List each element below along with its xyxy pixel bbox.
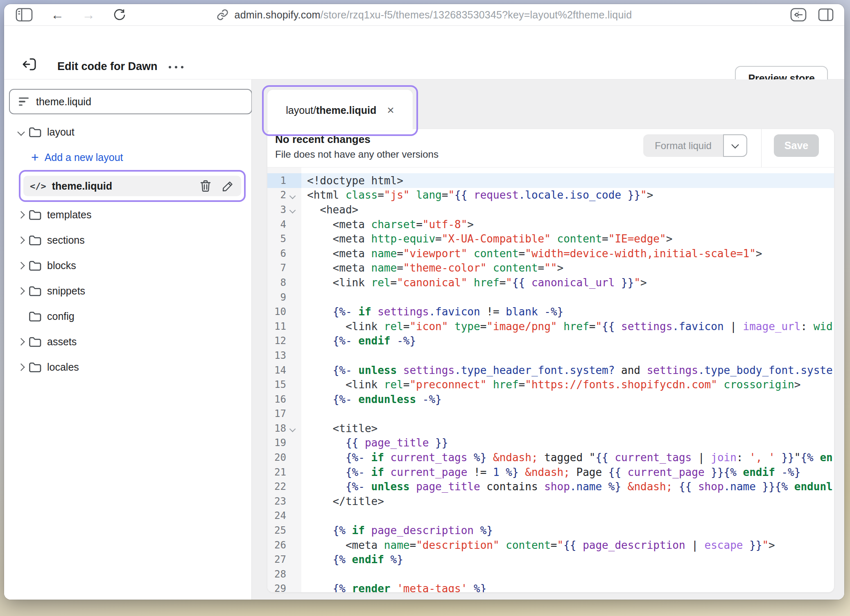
url-domain: admin.shopify.com [235, 9, 321, 20]
code-line-24[interactable]: 24 [267, 509, 834, 523]
code-line-20[interactable]: 20 {%- if current_tags %} &ndash; tagged… [267, 450, 834, 465]
folder-icon [29, 285, 41, 297]
tab-theme-liquid[interactable]: layout/theme.liquid × [267, 90, 413, 131]
line-number: 26 [267, 538, 301, 553]
code-line-5[interactable]: 5 <meta http-equiv="X-UA-Compatible" con… [267, 231, 834, 246]
code-line-18[interactable]: 18 <title> [267, 421, 834, 436]
chevron-right-icon[interactable] [17, 211, 25, 218]
status-subtitle: File does not have any other versions [275, 149, 439, 160]
code-line-2[interactable]: 2<html class="js" lang="{{ request.local… [267, 188, 834, 203]
chevron-right-icon[interactable] [17, 262, 25, 269]
back-icon[interactable]: ← [51, 8, 64, 21]
format-liquid-label[interactable]: Format liquid [643, 134, 723, 157]
folder-icon [29, 235, 41, 246]
folder-icon [29, 260, 41, 271]
line-number: 9 [267, 290, 301, 305]
line-number: 16 [267, 392, 301, 407]
code-line-6[interactable]: 6 <meta name="viewport" content="width=d… [267, 246, 834, 261]
selected-file-highlight: </>theme.liquid [19, 170, 246, 202]
code-line-9[interactable]: 9 [267, 290, 834, 305]
chevron-right-icon[interactable] [17, 236, 25, 244]
folder-label: locales [47, 361, 79, 373]
format-dropdown-button[interactable] [723, 134, 747, 157]
sidebar-item-locales[interactable]: locales [4, 354, 251, 380]
code-line-16[interactable]: 16 {%- endunless -%} [267, 392, 834, 407]
search-value: theme.liquid [36, 96, 91, 108]
fold-chevron-icon[interactable] [289, 207, 296, 214]
more-actions-button[interactable] [169, 62, 183, 72]
code-line-28[interactable]: 28 [267, 567, 834, 582]
page-settings-icon[interactable] [790, 8, 807, 22]
code-line-13[interactable]: 13 [267, 348, 834, 363]
format-liquid-button[interactable]: Format liquid [643, 134, 747, 157]
split-view-icon[interactable] [818, 8, 834, 21]
code-line-23[interactable]: 23 </title> [267, 494, 834, 509]
chevron-right-icon[interactable] [17, 338, 25, 345]
folder-label: sections [47, 234, 85, 246]
code-line-14[interactable]: 14 {%- unless settings.type_header_font.… [267, 363, 834, 378]
line-number: 24 [267, 509, 301, 523]
code-line-11[interactable]: 11 <link rel="icon" type="image/png" hre… [267, 319, 834, 334]
code-line-12[interactable]: 12 {%- endif -%} [267, 334, 834, 349]
code-line-17[interactable]: 17 [267, 407, 834, 421]
line-number: 14 [267, 363, 301, 378]
code-line-26[interactable]: 26 <meta name="description" content="{{ … [267, 538, 834, 553]
sidebar-item-sections[interactable]: sections [4, 227, 251, 253]
line-number: 25 [267, 523, 301, 538]
code-line-7[interactable]: 7 <meta name="theme-color" content=""> [267, 261, 834, 276]
sidebar-item-snippets[interactable]: snippets [4, 278, 251, 303]
address-bar[interactable]: admin.shopify.com/store/rzq1xu-f5/themes… [217, 4, 632, 25]
editor-panel: layout/theme.liquid × No recent changes … [252, 79, 844, 600]
code-line-22[interactable]: 22 {%- unless page_title contains shop.n… [267, 479, 834, 494]
sidebar-item-blocks[interactable]: blocks [4, 253, 251, 278]
delete-file-icon[interactable] [200, 180, 211, 192]
code-line-15[interactable]: 15 <link rel="preconnect" href="https://… [267, 377, 834, 392]
code-line-1[interactable]: 1<!doctype html> [267, 173, 834, 188]
code-line-3[interactable]: 3 <head> [267, 202, 834, 217]
file-label: theme.liquid [52, 180, 112, 192]
save-button[interactable]: Save [774, 134, 819, 157]
tab-close-icon[interactable]: × [387, 104, 394, 116]
chevron-right-icon[interactable] [17, 363, 25, 371]
sidebar-item-templates[interactable]: templates [4, 202, 251, 227]
code-line-25[interactable]: 25 {% if page_description %} [267, 523, 834, 538]
code-line-4[interactable]: 4 <meta charset="utf-8"> [267, 217, 834, 232]
code-lines: 1<!doctype html>2<html class="js" lang="… [267, 173, 834, 592]
browser-toolbar: ← → admin.shopify.com/store/rzq1xu-f5/th [4, 4, 844, 26]
rename-file-icon[interactable] [222, 180, 234, 192]
exit-icon[interactable] [20, 55, 38, 73]
fold-chevron-icon[interactable] [289, 192, 296, 199]
browser-window: ← → admin.shopify.com/store/rzq1xu-f5/th [4, 4, 844, 600]
line-number: 2 [267, 188, 301, 203]
chevron-right-icon[interactable] [17, 287, 25, 294]
filter-icon [19, 97, 29, 106]
forward-icon[interactable]: → [82, 8, 95, 21]
line-number: 29 [267, 582, 301, 592]
folder-label: layout [47, 126, 75, 138]
code-line-21[interactable]: 21 {%- if current_page != 1 %} &ndash; P… [267, 465, 834, 480]
sidebar-item-layout[interactable]: layout [4, 119, 251, 145]
line-number: 7 [267, 261, 301, 276]
line-number: 20 [267, 450, 301, 465]
code-line-19[interactable]: 19 {{ page_title }} [267, 436, 834, 451]
code-line-8[interactable]: 8 <link rel="canonical" href="{{ canonic… [267, 275, 834, 290]
code-line-27[interactable]: 27 {% endif %} [267, 552, 834, 567]
folder-icon [29, 127, 41, 138]
sidebar-item-config[interactable]: config [4, 303, 251, 329]
chevron-down-icon[interactable] [17, 128, 25, 136]
add-layout-label: Add a new layout [45, 152, 123, 163]
file-search-input[interactable]: theme.liquid [9, 89, 252, 114]
file-item-theme-liquid[interactable]: </>theme.liquid [23, 176, 241, 196]
desktop: ← → admin.shopify.com/store/rzq1xu-f5/th [0, 0, 850, 616]
line-number: 23 [267, 494, 301, 509]
folder-icon [29, 311, 41, 322]
folder-label: config [47, 310, 75, 322]
reload-icon[interactable] [113, 8, 126, 21]
add-new-layout-link[interactable]: +Add a new layout [4, 145, 251, 170]
code-line-10[interactable]: 10 {%- if settings.favicon != blank -%} [267, 304, 834, 319]
sidebar-toggle-icon[interactable] [16, 8, 33, 22]
fold-chevron-icon[interactable] [289, 426, 296, 433]
code-line-29[interactable]: 29 {% render 'meta-tags' %} [267, 582, 834, 592]
code-editor[interactable]: 1<!doctype html>2<html class="js" lang="… [267, 167, 834, 592]
sidebar-item-assets[interactable]: assets [4, 329, 251, 354]
